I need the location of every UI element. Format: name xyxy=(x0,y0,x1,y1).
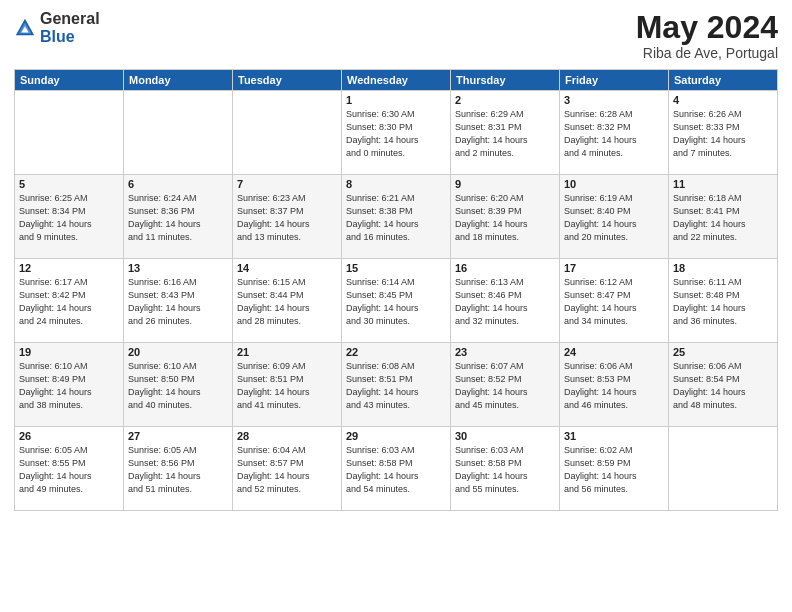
day-number: 30 xyxy=(455,430,555,442)
day-number: 22 xyxy=(346,346,446,358)
cell-info: Sunrise: 6:12 AMSunset: 8:47 PMDaylight:… xyxy=(564,276,664,328)
day-number: 2 xyxy=(455,94,555,106)
day-number: 17 xyxy=(564,262,664,274)
calendar-cell: 11Sunrise: 6:18 AMSunset: 8:41 PMDayligh… xyxy=(669,175,778,259)
day-number: 27 xyxy=(128,430,228,442)
calendar-week-3: 12Sunrise: 6:17 AMSunset: 8:42 PMDayligh… xyxy=(15,259,778,343)
calendar-table: Sunday Monday Tuesday Wednesday Thursday… xyxy=(14,69,778,511)
cell-info: Sunrise: 6:29 AMSunset: 8:31 PMDaylight:… xyxy=(455,108,555,160)
calendar-week-1: 1Sunrise: 6:30 AMSunset: 8:30 PMDaylight… xyxy=(15,91,778,175)
calendar-cell: 15Sunrise: 6:14 AMSunset: 8:45 PMDayligh… xyxy=(342,259,451,343)
logo-text: General Blue xyxy=(40,10,100,45)
day-number: 18 xyxy=(673,262,773,274)
calendar-cell: 7Sunrise: 6:23 AMSunset: 8:37 PMDaylight… xyxy=(233,175,342,259)
calendar-cell: 3Sunrise: 6:28 AMSunset: 8:32 PMDaylight… xyxy=(560,91,669,175)
logo-blue-text: Blue xyxy=(40,28,100,46)
calendar-cell: 14Sunrise: 6:15 AMSunset: 8:44 PMDayligh… xyxy=(233,259,342,343)
cell-info: Sunrise: 6:24 AMSunset: 8:36 PMDaylight:… xyxy=(128,192,228,244)
day-number: 31 xyxy=(564,430,664,442)
cell-info: Sunrise: 6:14 AMSunset: 8:45 PMDaylight:… xyxy=(346,276,446,328)
cell-info: Sunrise: 6:06 AMSunset: 8:54 PMDaylight:… xyxy=(673,360,773,412)
logo-general-text: General xyxy=(40,10,100,28)
calendar-cell: 19Sunrise: 6:10 AMSunset: 8:49 PMDayligh… xyxy=(15,343,124,427)
cell-info: Sunrise: 6:25 AMSunset: 8:34 PMDaylight:… xyxy=(19,192,119,244)
calendar-cell: 1Sunrise: 6:30 AMSunset: 8:30 PMDaylight… xyxy=(342,91,451,175)
calendar-cell: 10Sunrise: 6:19 AMSunset: 8:40 PMDayligh… xyxy=(560,175,669,259)
calendar-cell: 4Sunrise: 6:26 AMSunset: 8:33 PMDaylight… xyxy=(669,91,778,175)
day-number: 4 xyxy=(673,94,773,106)
header-monday: Monday xyxy=(124,70,233,91)
day-number: 5 xyxy=(19,178,119,190)
header-wednesday: Wednesday xyxy=(342,70,451,91)
calendar-week-2: 5Sunrise: 6:25 AMSunset: 8:34 PMDaylight… xyxy=(15,175,778,259)
logo: General Blue xyxy=(14,10,100,45)
cell-info: Sunrise: 6:11 AMSunset: 8:48 PMDaylight:… xyxy=(673,276,773,328)
calendar-cell: 30Sunrise: 6:03 AMSunset: 8:58 PMDayligh… xyxy=(451,427,560,511)
calendar-cell: 26Sunrise: 6:05 AMSunset: 8:55 PMDayligh… xyxy=(15,427,124,511)
day-number: 10 xyxy=(564,178,664,190)
cell-info: Sunrise: 6:21 AMSunset: 8:38 PMDaylight:… xyxy=(346,192,446,244)
header-tuesday: Tuesday xyxy=(233,70,342,91)
cell-info: Sunrise: 6:08 AMSunset: 8:51 PMDaylight:… xyxy=(346,360,446,412)
cell-info: Sunrise: 6:23 AMSunset: 8:37 PMDaylight:… xyxy=(237,192,337,244)
cell-info: Sunrise: 6:15 AMSunset: 8:44 PMDaylight:… xyxy=(237,276,337,328)
day-number: 7 xyxy=(237,178,337,190)
location-subtitle: Riba de Ave, Portugal xyxy=(636,45,778,61)
cell-info: Sunrise: 6:10 AMSunset: 8:49 PMDaylight:… xyxy=(19,360,119,412)
cell-info: Sunrise: 6:09 AMSunset: 8:51 PMDaylight:… xyxy=(237,360,337,412)
cell-info: Sunrise: 6:03 AMSunset: 8:58 PMDaylight:… xyxy=(455,444,555,496)
calendar-cell: 2Sunrise: 6:29 AMSunset: 8:31 PMDaylight… xyxy=(451,91,560,175)
title-area: May 2024 Riba de Ave, Portugal xyxy=(636,10,778,61)
cell-info: Sunrise: 6:06 AMSunset: 8:53 PMDaylight:… xyxy=(564,360,664,412)
header-saturday: Saturday xyxy=(669,70,778,91)
calendar-week-4: 19Sunrise: 6:10 AMSunset: 8:49 PMDayligh… xyxy=(15,343,778,427)
day-number: 8 xyxy=(346,178,446,190)
calendar-cell: 28Sunrise: 6:04 AMSunset: 8:57 PMDayligh… xyxy=(233,427,342,511)
header-sunday: Sunday xyxy=(15,70,124,91)
cell-info: Sunrise: 6:03 AMSunset: 8:58 PMDaylight:… xyxy=(346,444,446,496)
calendar-cell: 13Sunrise: 6:16 AMSunset: 8:43 PMDayligh… xyxy=(124,259,233,343)
calendar-cell: 31Sunrise: 6:02 AMSunset: 8:59 PMDayligh… xyxy=(560,427,669,511)
day-number: 11 xyxy=(673,178,773,190)
calendar-cell: 23Sunrise: 6:07 AMSunset: 8:52 PMDayligh… xyxy=(451,343,560,427)
day-number: 13 xyxy=(128,262,228,274)
cell-info: Sunrise: 6:16 AMSunset: 8:43 PMDaylight:… xyxy=(128,276,228,328)
cell-info: Sunrise: 6:30 AMSunset: 8:30 PMDaylight:… xyxy=(346,108,446,160)
day-number: 26 xyxy=(19,430,119,442)
day-number: 14 xyxy=(237,262,337,274)
calendar-cell: 16Sunrise: 6:13 AMSunset: 8:46 PMDayligh… xyxy=(451,259,560,343)
calendar-cell: 21Sunrise: 6:09 AMSunset: 8:51 PMDayligh… xyxy=(233,343,342,427)
day-number: 24 xyxy=(564,346,664,358)
calendar-cell xyxy=(124,91,233,175)
cell-info: Sunrise: 6:19 AMSunset: 8:40 PMDaylight:… xyxy=(564,192,664,244)
cell-info: Sunrise: 6:18 AMSunset: 8:41 PMDaylight:… xyxy=(673,192,773,244)
calendar-cell: 5Sunrise: 6:25 AMSunset: 8:34 PMDaylight… xyxy=(15,175,124,259)
header-thursday: Thursday xyxy=(451,70,560,91)
day-number: 9 xyxy=(455,178,555,190)
calendar-cell: 8Sunrise: 6:21 AMSunset: 8:38 PMDaylight… xyxy=(342,175,451,259)
calendar-cell: 29Sunrise: 6:03 AMSunset: 8:58 PMDayligh… xyxy=(342,427,451,511)
day-number: 16 xyxy=(455,262,555,274)
calendar-cell: 18Sunrise: 6:11 AMSunset: 8:48 PMDayligh… xyxy=(669,259,778,343)
day-number: 20 xyxy=(128,346,228,358)
cell-info: Sunrise: 6:04 AMSunset: 8:57 PMDaylight:… xyxy=(237,444,337,496)
cell-info: Sunrise: 6:05 AMSunset: 8:56 PMDaylight:… xyxy=(128,444,228,496)
cell-info: Sunrise: 6:13 AMSunset: 8:46 PMDaylight:… xyxy=(455,276,555,328)
calendar-week-5: 26Sunrise: 6:05 AMSunset: 8:55 PMDayligh… xyxy=(15,427,778,511)
cell-info: Sunrise: 6:28 AMSunset: 8:32 PMDaylight:… xyxy=(564,108,664,160)
page: General Blue May 2024 Riba de Ave, Portu… xyxy=(0,0,792,612)
day-number: 6 xyxy=(128,178,228,190)
calendar-cell: 24Sunrise: 6:06 AMSunset: 8:53 PMDayligh… xyxy=(560,343,669,427)
cell-info: Sunrise: 6:02 AMSunset: 8:59 PMDaylight:… xyxy=(564,444,664,496)
calendar-cell xyxy=(233,91,342,175)
cell-info: Sunrise: 6:10 AMSunset: 8:50 PMDaylight:… xyxy=(128,360,228,412)
day-number: 12 xyxy=(19,262,119,274)
day-number: 1 xyxy=(346,94,446,106)
day-number: 23 xyxy=(455,346,555,358)
day-number: 29 xyxy=(346,430,446,442)
day-number: 3 xyxy=(564,94,664,106)
calendar-cell: 12Sunrise: 6:17 AMSunset: 8:42 PMDayligh… xyxy=(15,259,124,343)
cell-info: Sunrise: 6:05 AMSunset: 8:55 PMDaylight:… xyxy=(19,444,119,496)
day-number: 21 xyxy=(237,346,337,358)
weekday-header-row: Sunday Monday Tuesday Wednesday Thursday… xyxy=(15,70,778,91)
